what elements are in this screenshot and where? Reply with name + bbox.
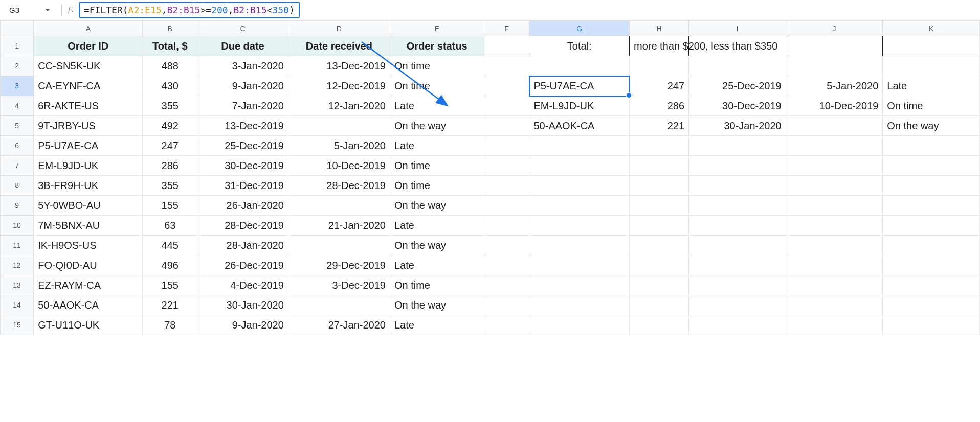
cell-A1[interactable]: Order ID xyxy=(34,36,143,56)
cell-C2[interactable]: 3-Jan-2020 xyxy=(197,56,288,76)
cell-K15[interactable] xyxy=(883,315,980,335)
row-header-4[interactable]: 4 xyxy=(1,96,34,116)
cell-I6[interactable] xyxy=(689,136,786,156)
cell-A7[interactable]: EM-L9JD-UK xyxy=(34,156,143,176)
cell-F15[interactable] xyxy=(484,315,529,335)
cell-C1[interactable]: Due date xyxy=(197,36,288,56)
cell-B3[interactable]: 430 xyxy=(143,76,197,96)
cell-A2[interactable]: CC-SN5K-UK xyxy=(34,56,143,76)
cell-K12[interactable] xyxy=(883,255,980,275)
cell-G6[interactable] xyxy=(529,136,630,156)
cell-B5[interactable]: 492 xyxy=(143,116,197,136)
cell-D12[interactable]: 29-Dec-2019 xyxy=(288,255,390,275)
cell-H1[interactable]: more than $200, less than $350 xyxy=(630,36,689,56)
cell-E11[interactable]: On the way xyxy=(390,236,484,255)
cell-J15[interactable] xyxy=(786,315,883,335)
cell-D3[interactable]: 12-Dec-2019 xyxy=(288,76,390,96)
cell-I7[interactable] xyxy=(689,156,786,176)
cell-I5[interactable]: 30-Jan-2020 xyxy=(689,116,786,136)
cell-A14[interactable]: 50-AAOK-CA xyxy=(34,295,143,315)
cell-J7[interactable] xyxy=(786,156,883,176)
cell-B7[interactable]: 286 xyxy=(143,156,197,176)
cell-F13[interactable] xyxy=(484,275,529,295)
cell-K11[interactable] xyxy=(883,236,980,255)
cell-K3[interactable]: Late xyxy=(883,76,980,96)
column-header-G[interactable]: G xyxy=(529,21,630,36)
cell-D1[interactable]: Date received xyxy=(288,36,390,56)
row-header-1[interactable]: 1 xyxy=(1,36,34,56)
cell-A11[interactable]: IK-H9OS-US xyxy=(34,236,143,255)
cell-K14[interactable] xyxy=(883,295,980,315)
cell-C11[interactable]: 28-Jan-2020 xyxy=(197,236,288,255)
cell-F9[interactable] xyxy=(484,196,529,216)
cell-F11[interactable] xyxy=(484,236,529,255)
cell-F14[interactable] xyxy=(484,295,529,315)
cell-J5[interactable] xyxy=(786,116,883,136)
cell-G12[interactable] xyxy=(529,255,630,275)
cell-I12[interactable] xyxy=(689,255,786,275)
column-header-B[interactable]: B xyxy=(143,21,197,36)
cell-K13[interactable] xyxy=(883,275,980,295)
cell-I14[interactable] xyxy=(689,295,786,315)
cell-H4[interactable]: 286 xyxy=(630,96,689,116)
cell-C3[interactable]: 9-Jan-2020 xyxy=(197,76,288,96)
column-header-I[interactable]: I xyxy=(689,21,786,36)
cell-G11[interactable] xyxy=(529,236,630,255)
cell-K2[interactable] xyxy=(883,56,980,76)
cell-H3[interactable]: 247 xyxy=(630,76,689,96)
row-header-14[interactable]: 14 xyxy=(1,295,34,315)
cell-H15[interactable] xyxy=(630,315,689,335)
cell-B11[interactable]: 445 xyxy=(143,236,197,255)
cell-C8[interactable]: 31-Dec-2019 xyxy=(197,176,288,196)
cell-H13[interactable] xyxy=(630,275,689,295)
cell-J10[interactable] xyxy=(786,216,883,236)
cell-H2[interactable] xyxy=(630,56,689,76)
cell-E13[interactable]: On time xyxy=(390,275,484,295)
row-header-2[interactable]: 2 xyxy=(1,56,34,76)
cell-F4[interactable] xyxy=(484,96,529,116)
cell-G7[interactable] xyxy=(529,156,630,176)
cell-A4[interactable]: 6R-AKTE-US xyxy=(34,96,143,116)
cell-K8[interactable] xyxy=(883,176,980,196)
cell-C9[interactable]: 26-Jan-2020 xyxy=(197,196,288,216)
cell-D8[interactable]: 28-Dec-2019 xyxy=(288,176,390,196)
cell-K7[interactable] xyxy=(883,156,980,176)
cell-B15[interactable]: 78 xyxy=(143,315,197,335)
cell-F7[interactable] xyxy=(484,156,529,176)
cell-E2[interactable]: On time xyxy=(390,56,484,76)
cell-C15[interactable]: 9-Jan-2020 xyxy=(197,315,288,335)
cell-C5[interactable]: 13-Dec-2019 xyxy=(197,116,288,136)
cell-G13[interactable] xyxy=(529,275,630,295)
cell-I13[interactable] xyxy=(689,275,786,295)
row-header-5[interactable]: 5 xyxy=(1,116,34,136)
cell-G15[interactable] xyxy=(529,315,630,335)
grid[interactable]: ABCDEFGHIJK 1Order IDTotal, $Due dateDat… xyxy=(0,20,980,335)
cell-B6[interactable]: 247 xyxy=(143,136,197,156)
cell-J2[interactable] xyxy=(786,56,883,76)
column-header-F[interactable]: F xyxy=(484,21,529,36)
cell-D7[interactable]: 10-Dec-2019 xyxy=(288,156,390,176)
column-header-K[interactable]: K xyxy=(883,21,980,36)
name-box[interactable]: G3 xyxy=(4,3,55,17)
row-header-7[interactable]: 7 xyxy=(1,156,34,176)
cell-G5[interactable]: 50-AAOK-CA xyxy=(529,116,630,136)
cell-E4[interactable]: Late xyxy=(390,96,484,116)
cell-G2[interactable] xyxy=(529,56,630,76)
cell-F10[interactable] xyxy=(484,216,529,236)
cell-B2[interactable]: 488 xyxy=(143,56,197,76)
cell-F1[interactable] xyxy=(484,36,529,56)
cell-J9[interactable] xyxy=(786,196,883,216)
column-header-C[interactable]: C xyxy=(197,21,288,36)
cell-A3[interactable]: CA-EYNF-CA xyxy=(34,76,143,96)
cell-H7[interactable] xyxy=(630,156,689,176)
cell-G10[interactable] xyxy=(529,216,630,236)
cell-A9[interactable]: 5Y-0WBO-AU xyxy=(34,196,143,216)
cell-F5[interactable] xyxy=(484,116,529,136)
fx-icon[interactable]: fx xyxy=(68,6,74,14)
column-header-D[interactable]: D xyxy=(288,21,390,36)
cell-K5[interactable]: On the way xyxy=(883,116,980,136)
cell-D14[interactable] xyxy=(288,295,390,315)
cell-G1[interactable]: Total: xyxy=(529,36,630,56)
cell-F2[interactable] xyxy=(484,56,529,76)
column-header-A[interactable]: A xyxy=(34,21,143,36)
